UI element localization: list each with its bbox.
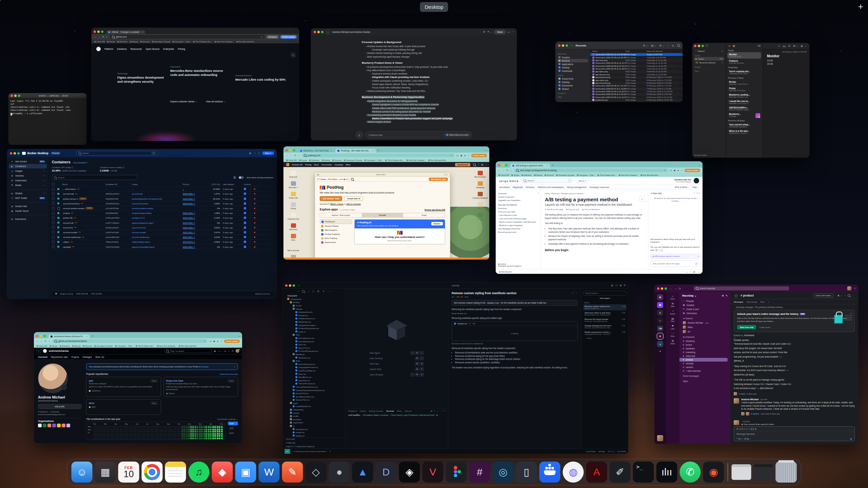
tree-node[interactable]: landing [284, 301, 345, 304]
user-avatar[interactable] [657, 435, 663, 441]
image-link[interactable]: scrunch-prefect-worker [132, 207, 183, 209]
tree-node[interactable]: badge.tsx [284, 434, 345, 437]
workspace-icon[interactable]: ◐ [657, 318, 663, 324]
sidebar-item-applications[interactable]: Applications [557, 62, 588, 66]
port-link[interactable]: 4200:4200 ↗ [183, 198, 205, 200]
dock-app-icon[interactable]: FEB 10 [118, 462, 139, 483]
dock-app-icon[interactable] [539, 462, 560, 483]
workspace-icon[interactable]: ● [657, 341, 663, 347]
checklist-icon[interactable]: ☑ [778, 45, 780, 47]
folder-notes[interactable]: ▤Notes783 [694, 57, 724, 61]
file-row[interactable]: Screenshot 2026-02-09 at 11.31.35 AM PNG… [590, 62, 683, 64]
create-new-icon[interactable]: + ⌄ [218, 350, 222, 352]
port-link[interactable]: 8081:8081 ↗ [183, 236, 205, 238]
delete-container-icon[interactable]: ✖ [254, 198, 255, 200]
github-links[interactable]: Explore customer stories → View all solu… [170, 100, 226, 103]
stop-button[interactable] [244, 207, 246, 209]
dock-app-icon[interactable]: ◇ [305, 462, 327, 483]
finish-update-button[interactable]: Finish update [224, 340, 240, 343]
sign-in-button[interactable]: Sign in [262, 151, 274, 155]
tree-node[interactable]: EventWindow.tsx [284, 340, 345, 343]
channel-item[interactable]: #miles-test [679, 354, 730, 358]
image-link[interactable]: inngest/inngest:latest [132, 212, 183, 214]
media-icon[interactable]: ▤ ⌄ [793, 45, 798, 47]
diff-card[interactable]: Header.tsx+7-64 Loading [452, 321, 578, 341]
note-list-item[interactable]: 1667821014050-v...Friday GOGSPX-4mjAu [727, 105, 761, 112]
dock-app-icon[interactable]: ◎ [493, 462, 514, 483]
tree-node[interactable]: ProductsDropdown.tsx [284, 327, 345, 330]
note-list-item[interactable]: PizzasSaturday Prosciutto [727, 86, 761, 93]
desktop-icon[interactable]: customers.mdx [285, 213, 301, 220]
workspace-icon[interactable]: R [657, 333, 663, 339]
app-list-item[interactable]: Session Replay [320, 224, 352, 228]
repo-card[interactable]: quilPublic Forked from slab/quill Quill … [86, 377, 161, 397]
remote-icon[interactable]: ✦ [322, 290, 324, 293]
home-icon[interactable]: ⌂ [326, 29, 330, 34]
bookmark-item[interactable]: House [50, 345, 57, 347]
bookmark-item[interactable]: Scrunch [332, 159, 341, 161]
dock-app-icon[interactable] [142, 462, 163, 483]
desktop-icon[interactable]: Changelog [472, 181, 488, 188]
sidebar-item-desktop-icloud[interactable]: Desktop [557, 80, 588, 84]
github-home-window[interactable]: GitHub · Change is constant.× +⌄ ← → ↻ ⌂… [92, 28, 299, 141]
more-actions-icon[interactable]: ⋮ [249, 226, 251, 229]
bookmark-item[interactable]: Run Microsoft Win... [428, 159, 448, 161]
new-agent-icon[interactable]: + [572, 292, 573, 294]
more-actions-icon[interactable]: ⋮ [249, 217, 251, 219]
sidebar-item[interactable]: ⊞Extensions [9, 217, 47, 221]
repo-card[interactable]: Deep-Live-CamPublic Forked from hackside… [163, 377, 238, 397]
bookmark-item[interactable]: House [511, 174, 519, 176]
home-mdx-window[interactable]: ▤⌄home.mdx ⌄– ▢ × ↶ ↷ Zoom ⌄ B I U Font … [315, 172, 450, 260]
note-list-item[interactable]: When in a file and...02/02/2026 In the F… [727, 129, 761, 135]
table-header[interactable]: NameContainer ID Image Port(s) CPU (%)La… [52, 182, 273, 187]
address-bar[interactable]: github.com☆ [110, 35, 265, 39]
github-logo-icon[interactable] [96, 47, 101, 51]
image-link[interactable]: postgres:17.6 [132, 217, 183, 219]
continue-chat-input[interactable]: Continue chat Write follow-up email [365, 131, 472, 139]
delete-container-icon[interactable]: ✖ [254, 212, 255, 214]
year-button[interactable]: 2025 [228, 426, 238, 430]
search-icon[interactable] [473, 163, 476, 166]
source-control-icon[interactable]: ⑃ [308, 290, 309, 293]
collapse-sidebar-icon[interactable]: « [538, 192, 539, 194]
doc-icon[interactable]: ▤⌄ [317, 174, 320, 176]
more-actions-icon[interactable]: ⋮ [249, 236, 251, 238]
row-checkbox[interactable] [52, 212, 57, 215]
bookmark-item[interactable]: Run Microsoft Win... [179, 345, 198, 347]
tree-node[interactable]: ProductShowcase.tsx [284, 349, 345, 353]
sidebar-item-desktop[interactable]: Desktop [557, 66, 588, 69]
tree-node[interactable]: SitesTitle.tsx [284, 379, 345, 382]
bookmark-item[interactable]: Composer – Trad... [577, 174, 595, 176]
desktop-icon[interactable]: Open app ↗ [285, 181, 301, 188]
tree-node[interactable]: Manifesto [284, 353, 345, 356]
app-list-item[interactable]: Web Analytics [320, 228, 352, 232]
shell-prompt[interactable]: andrew@Mac ~/Dropbox/Apps/raceday (feat/… [346, 413, 448, 417]
docker-search-input[interactable]: Search⌘K [76, 151, 158, 156]
sidebar-item-downloads[interactable]: Downloads [557, 69, 588, 73]
file-row[interactable]: app-browser.png PNG image8 February 2026… [590, 76, 683, 79]
tree-node[interactable]: HeroCTA.tsx [284, 346, 345, 350]
desktop-icon[interactable]: Pricing [285, 202, 301, 209]
address-bar[interactable]: docs.stripe.com/payments/a-b-testing☆ [514, 168, 668, 172]
folder-recently-deleted[interactable]: ⌫Recently Deleted2 [694, 61, 724, 64]
org-avatar[interactable] [66, 424, 70, 427]
filter-icon[interactable]: ⚙ [722, 294, 724, 297]
dock-app-icon[interactable]: ✐ [610, 462, 631, 483]
sidebar-item-dropbox[interactable]: Dropbox [557, 56, 588, 59]
file-row[interactable]: Screenshot 2026-02-06 at 11.43.56 PM PNG… [590, 90, 683, 93]
starred-dm[interactable]: Andrew Michaelyou [679, 321, 730, 325]
new-chat-button[interactable]: ✦ New chat ⌄ [650, 192, 664, 195]
file-row[interactable]: Screenshot 2026-02-09 at 11.29.59 AM PNG… [590, 67, 683, 70]
container-row[interactable]: scrunch-prefect-workerAMD64 a13cd9151fdb… [52, 206, 273, 211]
tree-node[interactable]: Sites.tsx [284, 372, 345, 375]
running-only-toggle[interactable] [239, 176, 244, 179]
sync-icon[interactable]: ↻ [330, 450, 331, 452]
remote-indicator[interactable]: >< [284, 449, 290, 454]
add-workspace-button[interactable]: + [659, 349, 661, 353]
action-icon[interactable]: ⚙ ⌄ [659, 44, 665, 47]
share-button[interactable]: Share [494, 30, 506, 34]
container-row[interactable]: scrunch-fe 5d4b61a09c2fscrunch-fe-hmr 40… [52, 225, 273, 230]
finder-sidebar[interactable]: Favourites Dropbox Recents Applications … [555, 49, 590, 102]
account-icon[interactable]: ◔ [485, 163, 487, 166]
tree-node[interactable]: SectionTitle.tsx [284, 398, 345, 402]
